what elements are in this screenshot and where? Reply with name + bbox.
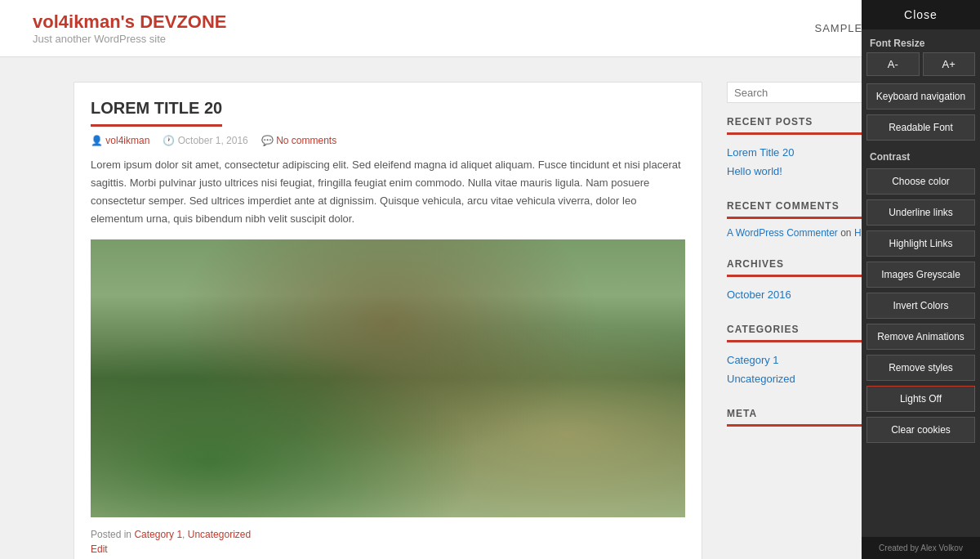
archive-oct-2016[interactable]: October 2016 <box>727 288 791 301</box>
post-footer: Posted in Category 1, Uncategorized <box>91 529 685 540</box>
font-increase-button[interactable]: A+ <box>923 52 976 76</box>
keyboard-nav-button[interactable]: Keyboard navigation <box>866 83 975 110</box>
lights-off-button[interactable]: Lights Off <box>866 386 975 412</box>
post-body: Lorem ipsum dolor sit amet, consectetur … <box>91 156 685 228</box>
post-image <box>91 239 685 517</box>
recent-post-1[interactable]: Lorem Title 20 <box>727 146 794 159</box>
post-comments-link[interactable]: No comments <box>276 135 336 146</box>
main-layout: LOREM TITLE 20 👤 vol4ikman 🕐 October 1, … <box>57 82 923 559</box>
site-branding: vol4ikman's DEVZONE Just another WordPre… <box>33 11 227 45</box>
post-date: October 1, 2016 <box>178 135 248 146</box>
underline-links-button[interactable]: Underline links <box>866 199 975 226</box>
remove-styles-button[interactable]: Remove styles <box>866 355 975 381</box>
post-author-icon: 👤 vol4ikman <box>91 135 149 146</box>
images-greyscale-button[interactable]: Images Greyscale <box>866 262 975 288</box>
post-meta: 👤 vol4ikman 🕐 October 1, 2016 💬 No comme… <box>91 135 685 146</box>
choose-color-button[interactable]: Choose color <box>866 168 975 195</box>
site-tagline: Just another WordPress site <box>33 33 227 45</box>
font-resize-title: Font Resize <box>862 29 980 52</box>
post-author-link[interactable]: vol4ikman <box>105 135 149 146</box>
content-area: LOREM TITLE 20 👤 vol4ikman 🕐 October 1, … <box>74 82 702 559</box>
post-comments-icon: 💬 No comments <box>261 135 336 146</box>
post-footer-text: Posted in <box>91 529 131 540</box>
contrast-title: Contrast <box>862 143 980 166</box>
post-title: LOREM TITLE 20 <box>91 99 222 127</box>
font-decrease-button[interactable]: A- <box>866 52 920 76</box>
highlight-links-button[interactable]: Highlight Links <box>866 230 975 257</box>
clear-cookies-button[interactable]: Clear cookies <box>866 417 975 443</box>
close-button[interactable]: Close <box>862 0 980 29</box>
post-date-icon: 🕐 October 1, 2016 <box>163 135 247 146</box>
readable-font-button[interactable]: Readable Font <box>866 114 975 141</box>
post-edit-link[interactable]: Edit <box>91 543 685 555</box>
comment-on-text: on <box>840 227 851 239</box>
invert-colors-button[interactable]: Invert Colors <box>866 293 975 319</box>
post-image-bg <box>91 239 685 517</box>
panel-footer: Created by Alex Volkov <box>862 537 980 559</box>
font-resize-row: A- A+ <box>862 52 980 81</box>
post-category2-link[interactable]: Uncategorized <box>188 529 251 540</box>
category-uncategorized-link[interactable]: Uncategorized <box>727 373 795 385</box>
accessibility-panel: Close Font Resize A- A+ Keyboard navigat… <box>862 0 980 559</box>
remove-animations-button[interactable]: Remove Animations <box>866 324 975 350</box>
post-card: LOREM TITLE 20 👤 vol4ikman 🕐 October 1, … <box>74 82 702 559</box>
post-category1-link[interactable]: Category 1 <box>134 529 182 540</box>
site-title: vol4ikman's DEVZONE <box>33 11 227 33</box>
recent-post-2[interactable]: Hello world! <box>727 165 782 177</box>
category-1-link[interactable]: Category 1 <box>727 354 779 366</box>
site-title-link[interactable]: vol4ikman's DEVZONE <box>33 11 227 32</box>
header: vol4ikman's DEVZONE Just another WordPre… <box>0 0 980 57</box>
comment-author-link[interactable]: A WordPress Commenter <box>727 227 838 239</box>
